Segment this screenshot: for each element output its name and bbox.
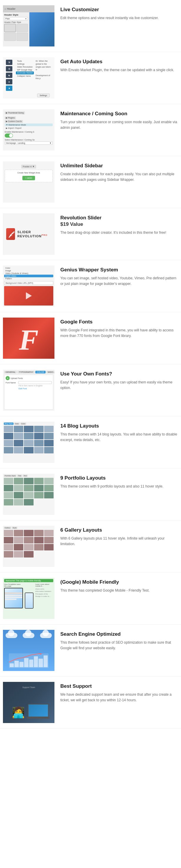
gallery-layouts-text: 6 Gallery Layouts With 6 Gallery layouts… — [60, 526, 178, 547]
preview-box-1[interactable] — [4, 24, 16, 32]
mobile-friendly-title: (Google) Mobile Friendly — [60, 579, 178, 585]
menu-settings: Settings — [16, 63, 34, 65]
gallery-thumb-10 — [44, 537, 54, 544]
google-fonts-text: Google Fonts With Google Font integrated… — [60, 317, 178, 339]
revolution-icon: 𝒻 — [6, 228, 15, 240]
blog-tab-date[interactable]: Date — [14, 423, 20, 425]
blog-thumb-11 — [4, 440, 13, 446]
own-fonts-text: Use Your Own Fonts? Easy! If you have yo… — [60, 370, 178, 391]
blog-thumb-17 — [14, 447, 23, 454]
google-fonts-title: Google Fonts — [60, 319, 178, 325]
auto-updates-title: Get Auto Updates — [60, 59, 178, 65]
port-thumb-17 — [14, 499, 23, 505]
port-thumb-14 — [34, 492, 43, 498]
settings-button[interactable]: Settings — [37, 93, 50, 97]
blog-thumb-2 — [14, 426, 23, 432]
gallery-thumb-2 — [14, 530, 23, 536]
maintenance-image: ▶ Thumbnail Sizing ▶ Plugins ▶ Custom Cs… — [3, 110, 55, 151]
revolution-slider-image: 𝒻 SLIDER REVOLUTIONPRO — [3, 214, 55, 255]
enable-label: Enable Maintenance / Coming S — [5, 131, 53, 133]
menu-envato[interactable]: ★ Envato Market — [16, 71, 34, 74]
blog-thumb-18 — [24, 447, 33, 454]
header-style-select[interactable]: Plain ▼ — [4, 17, 28, 20]
maintenance-text: Maintenance / Coming Soon Turn your site… — [60, 110, 178, 130]
maintenance-select[interactable]: Homepage - Landing ▼ — [5, 142, 53, 145]
blog-thumb-19 — [34, 447, 43, 454]
slider-icon: ☯ — [6, 73, 12, 78]
gallery-thumb-4 — [34, 530, 43, 536]
gallery-thumb-12 — [14, 544, 23, 551]
preview-box-2[interactable] — [17, 24, 28, 32]
revolution-logo-text: SLIDER REVOLUTIONPRO — [18, 230, 51, 238]
phone-screen — [25, 592, 34, 609]
support-title: Best Support — [60, 683, 178, 689]
live-customizer-image: ‹ Header Header Style Plain ▼ Header Pla… — [3, 5, 55, 46]
gallery-thumb-3 — [24, 530, 33, 536]
seo-chart — [9, 653, 49, 668]
port-thumb-13 — [24, 492, 33, 498]
gallery-layouts-title: 6 Gallery Layouts — [60, 527, 178, 533]
gallery-thumb-5 — [44, 530, 54, 536]
blog-thumb-7 — [14, 433, 23, 439]
tab-general[interactable]: GENERAL — [4, 371, 17, 373]
port-thumb-12 — [14, 492, 23, 498]
own-fonts-description: Easy! If you have your own fonts, you ca… — [60, 380, 178, 391]
support-person-icon: 🧑‍💻 — [12, 706, 25, 719]
footer-select[interactable]: Footer 4 ▼ — [21, 165, 36, 168]
gallery-thumb-16 — [4, 551, 13, 558]
laptop-screen — [28, 704, 49, 717]
portfolio-layouts-title: 9 Portfolio Layouts — [60, 475, 178, 481]
plugins-item: ▶ Plugins — [5, 117, 16, 119]
feature-own-fonts: GENERAL TYPOGRAPHY COLOR WIDO... + Uploa… — [0, 364, 181, 416]
option-insert-video[interactable]: Insert Video — [4, 275, 53, 277]
gallery-thumb-15 — [44, 544, 54, 551]
option-pattern: Pattern — [4, 277, 53, 280]
cloud-1 — [6, 633, 18, 638]
seo-text: Search Engine Optimized This theme follo… — [60, 630, 178, 651]
revolution-slider-title: Revolution Slider $19 Value — [60, 215, 178, 227]
add-widget-button[interactable]: + ADD — [22, 176, 35, 180]
feature-google-fonts: F Google Fonts With Google Font integrat… — [0, 312, 181, 364]
support-laptop — [28, 704, 49, 719]
port-thumb-8 — [24, 485, 33, 491]
font-name-input[interactable] — [18, 381, 52, 384]
header-plain-style-label: Header Plain Style — [4, 21, 28, 23]
blog-tab-style[interactable]: Blog Style — [4, 423, 13, 425]
gallery-thumb-13 — [24, 544, 33, 551]
live-customizer-title: Live Customizer — [60, 6, 178, 13]
desktop-screen — [4, 588, 23, 608]
portfolio-tab-style[interactable]: Portfolio Style — [4, 474, 17, 477]
feature-portfolio-layouts: Portfolio Style Title Text — [0, 468, 181, 521]
blog-tab-color[interactable]: Color — [20, 423, 26, 425]
menu-tools: Tools — [16, 60, 34, 62]
tab-widget[interactable]: WIDO... — [46, 371, 55, 373]
footer-arrow-icon: ▼ — [32, 165, 35, 168]
maintenance-toggle[interactable] — [5, 133, 13, 137]
settings-icon: ⚙ — [6, 66, 12, 71]
gallery-thumb-1 — [4, 530, 13, 536]
seo-title: Search Engine Optimized — [60, 631, 178, 638]
portfolio-tab-text[interactable]: Text — [23, 474, 28, 477]
blog-thumb-12 — [14, 440, 23, 446]
portfolio-tab-title[interactable]: Title — [17, 474, 22, 477]
upload-plus-icon[interactable]: + — [6, 376, 10, 380]
preview-box-3[interactable] — [4, 33, 16, 41]
font-name-label: Font Name — [6, 382, 18, 384]
header-plain-label: Plain — [5, 18, 10, 20]
bg-video-url[interactable]: Background Video URL (MP4) — [4, 281, 53, 285]
feature-genius-wrapper: Color Image Video (Youtube & Vimeo) Inse… — [0, 260, 181, 312]
seo-description: This theme follows best practice of SEO … — [60, 640, 178, 651]
gallery-tab-style[interactable]: Style — [12, 527, 18, 529]
blog-thumb-14 — [34, 440, 43, 446]
upload-fonts-label: Upload Fonts — [10, 377, 23, 379]
maintenance-description: Turn your site to maintenance or coming … — [60, 119, 178, 130]
revolution-slider-description: The best drag-drop slider creator. It's … — [60, 230, 178, 236]
laptop-base — [27, 717, 50, 719]
tab-typography[interactable]: TYPOGRAPHY — [18, 371, 35, 373]
preview-box-4[interactable] — [17, 33, 28, 41]
gallery-tab-main[interactable]: Gallery — [4, 527, 11, 529]
create-widget-label: Create New Widget Area — [7, 172, 51, 174]
tab-color[interactable]: COLOR — [35, 371, 46, 373]
edit-font-link[interactable]: Edit Font — [6, 388, 52, 390]
feature-unlimited-sidebar: Footer 4 ▼ Create New Widget Area + ADD … — [0, 156, 181, 208]
